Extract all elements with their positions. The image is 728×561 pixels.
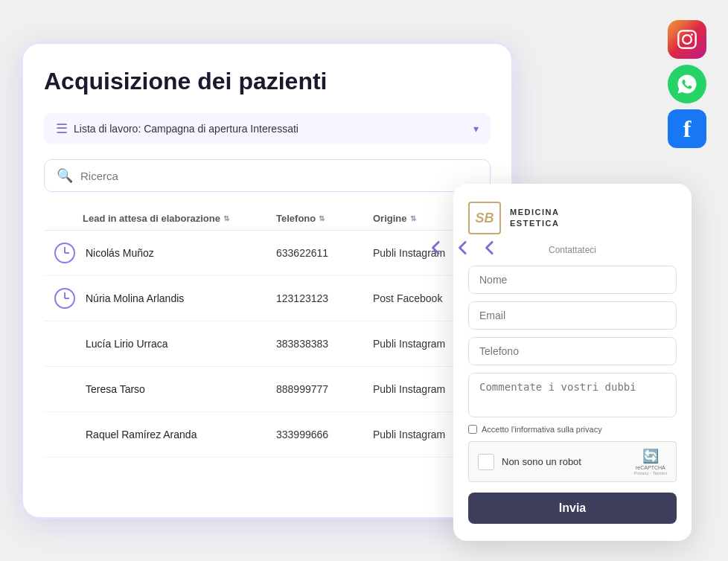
recaptcha-label: Non sono un robot <box>502 456 627 467</box>
form-name-input[interactable] <box>468 266 677 294</box>
table-row[interactable]: Núria Molina Arlandis 123123123 Post Fac… <box>44 276 491 321</box>
table-row[interactable]: Raquel Ramírez Aranda 333999666 Publi In… <box>44 412 491 458</box>
col-header-name: Lead in attesa di elaborazione ⇅ <box>83 213 276 224</box>
recaptcha-checkbox[interactable] <box>478 454 494 470</box>
form-brand-area: SB MEDICINA ESTETICA <box>468 202 677 234</box>
social-icons-group: f <box>668 20 706 148</box>
brand-logo: SB <box>468 202 501 234</box>
row-name-cell: Núria Molina Arlandis <box>53 286 276 310</box>
sort-icon-name: ⇅ <box>223 214 229 222</box>
row-name-cell: Teresa Tarso <box>53 377 276 401</box>
list-icon: ☰ <box>56 121 68 137</box>
filter-label: Lista di lavoro: Campagna di apertura In… <box>74 123 467 135</box>
nav-prev-3[interactable] <box>477 236 501 260</box>
sort-icon-phone: ⇅ <box>319 214 325 222</box>
whatsapp-icon[interactable] <box>668 65 706 103</box>
row-name-cell: Raquel Ramírez Aranda <box>53 423 276 446</box>
form-privacy-row: Accetto l'informativa sulla privacy <box>468 425 677 434</box>
row-phone-cell: 123123123 <box>276 292 373 304</box>
search-input[interactable] <box>80 170 478 182</box>
page-title: Acquisizione dei pazienti <box>44 68 491 95</box>
lead-name: Raquel Ramírez Aranda <box>86 429 197 440</box>
lead-name: Núria Molina Arlandis <box>86 292 184 304</box>
nav-prev-1[interactable] <box>424 236 447 260</box>
crm-panel: Acquisizione dei pazienti ☰ Lista di lav… <box>22 42 513 519</box>
empty-icon <box>53 332 77 356</box>
nav-prev-2[interactable] <box>450 236 474 260</box>
chevron-down-icon: ▾ <box>473 123 479 135</box>
recaptcha-terms-label: Privacy - Termini <box>634 471 667 475</box>
empty-icon <box>53 377 77 401</box>
sort-icon-origin: ⇅ <box>410 214 416 222</box>
row-phone-cell: 383838383 <box>276 338 373 350</box>
row-phone-cell: 333999666 <box>276 429 373 440</box>
filter-bar[interactable]: ☰ Lista di lavoro: Campagna di apertura … <box>44 113 491 144</box>
svg-rect-0 <box>678 31 695 48</box>
search-bar: 🔍 <box>44 159 491 192</box>
search-icon: 🔍 <box>57 167 73 184</box>
form-email-input[interactable] <box>468 301 677 330</box>
facebook-icon[interactable]: f <box>668 109 706 148</box>
row-name-cell: Lucía Lirio Urraca <box>53 332 276 356</box>
recaptcha-brand-label: reCAPTCHA <box>636 465 665 470</box>
row-phone-cell: 888999777 <box>276 383 373 395</box>
row-phone-cell: 633622611 <box>276 247 373 259</box>
svg-point-1 <box>683 35 692 44</box>
recaptcha-logo-area: 🔄 reCAPTCHA Privacy - Termini <box>634 448 667 475</box>
table-header: Lead in attesa di elaborazione ⇅ Telefon… <box>44 207 491 231</box>
row-name-cell: Nicolás Muñoz <box>53 241 276 265</box>
lead-name: Nicolás Muñoz <box>86 247 154 259</box>
lead-name: Lucía Lirio Urraca <box>86 338 168 350</box>
brand-name: MEDICINA ESTETICA <box>510 207 559 230</box>
empty-icon <box>53 423 77 446</box>
svg-point-2 <box>691 33 693 36</box>
recaptcha-widget[interactable]: Non sono un robot 🔄 reCAPTCHA Privacy - … <box>468 441 677 482</box>
form-phone-input[interactable] <box>468 337 677 365</box>
clock-icon <box>53 241 77 265</box>
privacy-label: Accetto l'informativa sulla privacy <box>482 425 602 434</box>
recaptcha-logo-icon: 🔄 <box>642 448 659 464</box>
lead-name: Teresa Tarso <box>86 383 145 395</box>
form-comment-input[interactable] <box>468 373 677 417</box>
privacy-checkbox[interactable] <box>468 425 477 434</box>
instagram-icon[interactable] <box>668 20 706 59</box>
submit-button[interactable]: Invia <box>468 493 677 524</box>
nav-arrows <box>424 236 501 260</box>
table-row[interactable]: Teresa Tarso 888999777 Publi Instagram <box>44 367 491 412</box>
clock-icon <box>53 286 77 310</box>
col-header-phone: Telefono ⇅ <box>276 213 373 224</box>
table-body: Nicolás Muñoz 633622611 Publi Instagram … <box>44 231 491 458</box>
table-row[interactable]: Lucía Lirio Urraca 383838383 Publi Insta… <box>44 321 491 367</box>
